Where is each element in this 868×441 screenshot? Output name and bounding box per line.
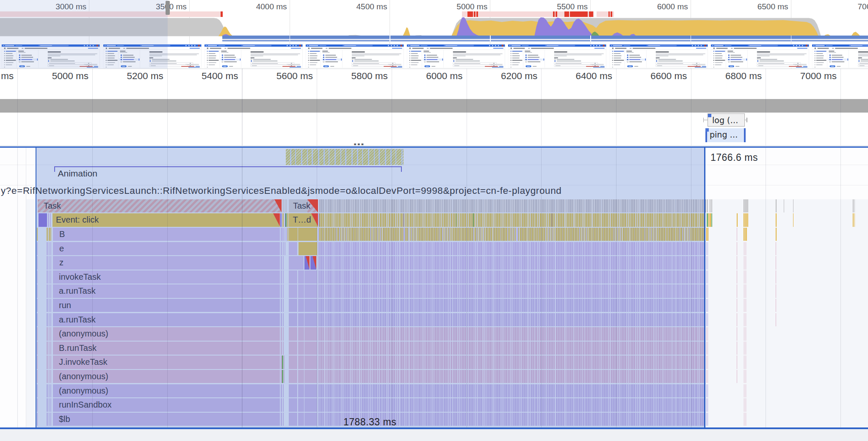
flame-sliver[interactable] <box>706 356 707 369</box>
flame-sliver[interactable] <box>708 313 708 327</box>
flame-sliver[interactable] <box>746 299 746 312</box>
flame-sliver[interactable] <box>737 313 737 327</box>
flame-sliver[interactable] <box>710 213 711 227</box>
flame-sliver[interactable] <box>707 213 708 227</box>
flame-sliver[interactable] <box>744 199 744 213</box>
flame-sliver[interactable] <box>706 299 707 312</box>
network-request[interactable]: log (… <box>708 113 745 127</box>
flame-sliver[interactable] <box>744 256 744 270</box>
flame-sliver[interactable] <box>706 342 707 355</box>
flame-sliver[interactable] <box>744 370 744 383</box>
timeline-overview[interactable]: 3000 ms3500 ms4000 ms4500 ms5000 ms5500 … <box>0 0 868 69</box>
flame-sliver[interactable] <box>737 284 737 298</box>
flame-sliver[interactable] <box>746 313 746 327</box>
flame-sliver[interactable] <box>745 213 746 227</box>
flame-sliver[interactable] <box>744 384 744 398</box>
flame-sliver[interactable] <box>776 228 777 241</box>
flame-sliver[interactable] <box>708 370 708 383</box>
frames-track-band[interactable] <box>0 99 868 113</box>
flame-sliver[interactable] <box>708 213 710 227</box>
network-request[interactable]: ping … <box>705 128 746 143</box>
flame-sliver[interactable] <box>776 284 776 298</box>
flame-sliver[interactable] <box>708 413 708 426</box>
flame-sliver[interactable] <box>776 313 776 327</box>
flame-sliver[interactable] <box>737 270 737 284</box>
flame-sliver[interactable] <box>746 213 747 227</box>
flame-sliver[interactable] <box>746 413 746 426</box>
flame-sliver[interactable] <box>784 199 785 213</box>
flame-sliver[interactable] <box>747 213 748 227</box>
flame-sliver[interactable] <box>746 398 746 412</box>
flame-sliver[interactable] <box>737 370 737 383</box>
flame-sliver[interactable] <box>744 299 744 312</box>
flame-sliver[interactable] <box>776 299 776 312</box>
flame-sliver[interactable] <box>706 384 707 398</box>
flame-sliver[interactable] <box>744 342 744 355</box>
flame-sliver[interactable] <box>744 413 744 426</box>
flame-sliver[interactable] <box>737 327 737 341</box>
flame-sliver[interactable] <box>747 199 748 213</box>
flame-sliver[interactable] <box>746 256 746 270</box>
flame-sliver[interactable] <box>708 327 708 341</box>
flame-sliver[interactable] <box>744 270 744 284</box>
overview-window-left-grip[interactable] <box>166 1 170 15</box>
flame-sliver[interactable] <box>746 228 746 241</box>
flame-sliver[interactable] <box>737 228 737 241</box>
flame-sliver[interactable] <box>708 242 708 256</box>
flame-sliver[interactable] <box>708 398 708 412</box>
flame-sliver[interactable] <box>746 284 746 298</box>
filmstrip-screenshot[interactable] <box>710 44 810 68</box>
flame-sliver[interactable] <box>737 356 737 369</box>
flame-sliver[interactable] <box>744 313 744 327</box>
flame-sliver[interactable] <box>746 384 746 398</box>
flame-sliver[interactable] <box>776 213 777 227</box>
flame-sliver[interactable] <box>854 213 855 227</box>
flame-sliver[interactable] <box>746 370 746 383</box>
flame-sliver[interactable] <box>745 228 745 241</box>
flame-sliver[interactable] <box>708 384 708 398</box>
flame-sliver[interactable] <box>706 398 707 412</box>
flame-sliver[interactable] <box>711 213 712 227</box>
flame-sliver[interactable] <box>854 199 855 213</box>
flame-sliver[interactable] <box>746 356 746 369</box>
flame-sliver[interactable] <box>776 256 776 270</box>
flame-sliver[interactable] <box>746 327 746 341</box>
flame-sliver[interactable] <box>746 270 746 284</box>
flame-sliver[interactable] <box>706 270 707 284</box>
flame-sliver[interactable] <box>776 242 776 256</box>
flame-sliver[interactable] <box>737 213 738 227</box>
flame-sliver[interactable] <box>708 356 708 369</box>
flame-sliver[interactable] <box>745 199 746 213</box>
flame-sliver[interactable] <box>706 256 707 270</box>
main-flame-chart[interactable]: Animation y?e=RifNetworkingServicesLaunc… <box>0 146 868 429</box>
flame-sliver[interactable] <box>708 228 708 241</box>
flame-sliver[interactable] <box>707 199 708 213</box>
flame-sliver[interactable] <box>853 213 854 227</box>
flame-sliver[interactable] <box>744 284 744 298</box>
flame-sliver[interactable] <box>746 199 747 213</box>
filmstrip-screenshot[interactable] <box>609 44 708 68</box>
flame-sliver[interactable] <box>793 199 794 213</box>
filmstrip-screenshot[interactable] <box>406 44 506 68</box>
flame-sliver[interactable] <box>744 327 744 341</box>
flame-sliver[interactable] <box>706 370 707 383</box>
flame-sliver[interactable] <box>746 242 746 256</box>
filmstrip-screenshot[interactable] <box>305 44 404 68</box>
flame-sliver[interactable] <box>706 284 707 298</box>
flame-sliver[interactable] <box>708 284 708 298</box>
flame-sliver[interactable] <box>706 313 707 327</box>
flame-sliver[interactable] <box>706 413 707 426</box>
flame-sliver[interactable] <box>737 299 737 312</box>
flame-sliver[interactable] <box>706 228 707 241</box>
flame-sliver[interactable] <box>706 327 707 341</box>
flame-sliver[interactable] <box>853 199 854 213</box>
flame-sliver[interactable] <box>737 242 737 256</box>
flame-sliver[interactable] <box>776 199 777 213</box>
flame-sliver[interactable] <box>708 256 708 270</box>
flame-sliver[interactable] <box>744 242 744 256</box>
flame-sliver[interactable] <box>737 256 737 270</box>
flame-sliver[interactable] <box>744 398 744 412</box>
flame-sliver[interactable] <box>710 199 710 213</box>
flame-sliver[interactable] <box>711 199 712 213</box>
flame-sliver[interactable] <box>744 356 744 369</box>
